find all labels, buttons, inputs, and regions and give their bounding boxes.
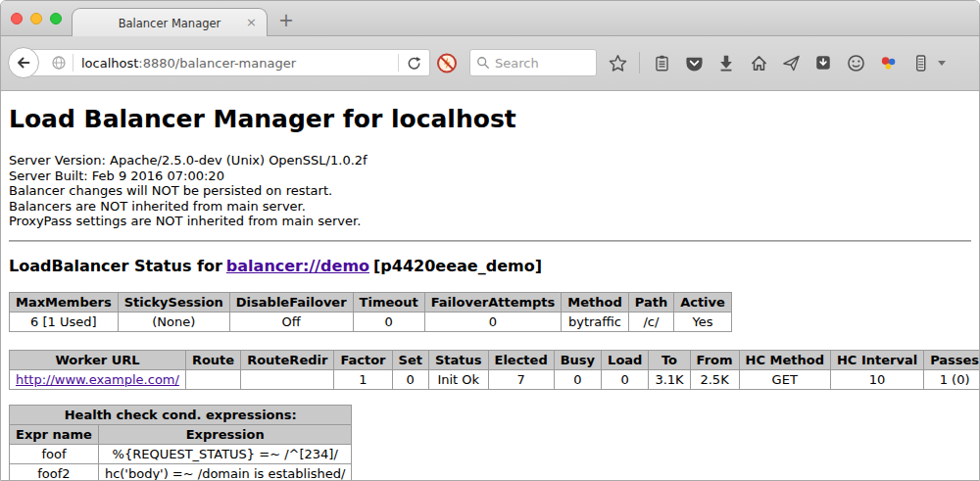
- health-table-title: Health check cond. expressions:: [10, 405, 352, 424]
- cell-set: 0: [392, 369, 428, 389]
- cell-load: 0: [602, 369, 649, 389]
- search-input[interactable]: [495, 56, 583, 71]
- health-title-row: Health check cond. expressions:: [10, 405, 352, 424]
- server-version-line: Server Version: Apache/2.5.0-dev (Unix) …: [9, 153, 971, 168]
- cell-route: [185, 369, 240, 389]
- browser-chrome: Balancer Manager × + l: [1, 1, 979, 91]
- toolbar-icons: [607, 49, 980, 76]
- feedback-button[interactable]: [845, 51, 866, 74]
- server-info: Server Version: Apache/2.5.0-dev (Unix) …: [9, 153, 971, 229]
- cell-disablefailover: Off: [229, 312, 353, 331]
- downloads-button[interactable]: [715, 51, 737, 74]
- proxypass-notice-line: ProxyPass settings are NOT inherited fro…: [9, 214, 971, 229]
- reading-list-icon: [654, 54, 670, 72]
- status-prefix: LoadBalancer Status for: [9, 257, 222, 275]
- balancer-status-heading: LoadBalancer Status forbalancer://demo[p…: [9, 257, 971, 275]
- square-download-icon: [814, 54, 832, 72]
- col-active: Active: [674, 292, 732, 312]
- colored-dots-icon: [879, 54, 898, 72]
- server-built-line: Server Built: Feb 9 2016 07:00:20: [9, 168, 971, 184]
- col-from: From: [690, 350, 739, 369]
- new-tab-button[interactable]: +: [278, 9, 294, 30]
- smiley-icon: [847, 54, 865, 72]
- cell-worker-url: http://www.example.com/: [10, 369, 186, 389]
- col-disablefailover: DisableFailover: [229, 292, 353, 312]
- reload-icon: [407, 56, 421, 71]
- inherit-notice-line: Balancers are NOT inherited from main se…: [9, 199, 971, 215]
- reading-list-button[interactable]: [651, 51, 672, 74]
- worker-url-link[interactable]: http://www.example.com/: [16, 372, 179, 387]
- navigation-bar: localhost:8880/balancer-manager: [1, 36, 979, 91]
- url-bar[interactable]: localhost:8880/balancer-manager: [24, 49, 430, 76]
- minimize-window-button[interactable]: [30, 13, 42, 24]
- cell-expression: hc('body') =~ /domain is established/: [98, 463, 352, 481]
- col-stickysession: StickySession: [118, 292, 229, 312]
- cell-from: 2.5K: [690, 369, 739, 389]
- search-icon: [476, 56, 490, 70]
- home-button[interactable]: [748, 51, 769, 74]
- battery-panel-button[interactable]: [909, 51, 931, 74]
- overflow-caret-icon[interactable]: [938, 61, 946, 66]
- cell-status: Init Ok: [428, 369, 488, 389]
- window-controls: [11, 13, 62, 24]
- cell-hc-method: GET: [739, 369, 830, 389]
- tab-bar: Balancer Manager × +: [1, 1, 979, 36]
- url-path: :8880/balancer-manager: [138, 56, 296, 71]
- cell-expression: %{REQUEST_STATUS} =~ /^[234]/: [98, 444, 352, 463]
- cell-timeout: 0: [353, 312, 424, 331]
- col-factor: Factor: [334, 350, 392, 369]
- cell-active: Yes: [674, 312, 732, 331]
- address-text[interactable]: localhost:8880/balancer-manager: [81, 56, 398, 71]
- pocket-icon: [685, 54, 704, 72]
- divider-rule: [9, 240, 971, 242]
- home-icon: [750, 54, 768, 72]
- tab-close-icon[interactable]: ×: [246, 15, 257, 29]
- spacer: [9, 390, 971, 405]
- col-timeout: Timeout: [353, 292, 424, 312]
- globe-icon[interactable]: [51, 55, 67, 71]
- cell-routeredir: [241, 369, 334, 389]
- browser-window: Balancer Manager × + l: [0, 0, 980, 481]
- col-routeredir: RouteRedir: [241, 350, 334, 369]
- star-icon: [609, 54, 627, 72]
- balancer-link[interactable]: balancer://demo: [226, 257, 369, 275]
- balancer-data-row: 6 [1 Used] (None) Off 0 0 bytraffic /c/ …: [10, 312, 732, 331]
- content-blocker-button[interactable]: [436, 51, 458, 74]
- pocket-button[interactable]: [683, 51, 705, 74]
- download-helper-button[interactable]: [812, 51, 834, 74]
- col-busy: Busy: [554, 350, 601, 369]
- close-window-button[interactable]: [11, 13, 23, 24]
- spacer: [9, 332, 971, 350]
- toolbar-divider: [639, 52, 640, 73]
- col-route: Route: [185, 350, 240, 369]
- cell-elected: 7: [488, 369, 554, 389]
- reload-button[interactable]: [398, 54, 429, 72]
- cell-to: 3.1K: [649, 369, 690, 389]
- page-title: Load Balancer Manager for localhost: [9, 105, 971, 133]
- col-load: Load: [602, 350, 649, 369]
- col-path: Path: [628, 292, 673, 312]
- health-check-table: Health check cond. expressions: Expr nam…: [9, 405, 352, 481]
- cell-stickysession: (None): [118, 312, 229, 331]
- send-tab-button[interactable]: [780, 51, 802, 74]
- cell-path: /c/: [628, 312, 673, 331]
- back-button[interactable]: [8, 47, 39, 78]
- bookmark-star-button[interactable]: [607, 51, 628, 74]
- zoom-window-button[interactable]: [50, 13, 62, 24]
- back-arrow-icon: [15, 54, 32, 72]
- cell-maxmembers: 6 [1 Used]: [10, 312, 119, 331]
- health-row-foof: foof %{REQUEST_STATUS} =~ /^[234]/: [10, 444, 352, 463]
- health-header-row: Expr name Expression: [10, 424, 352, 444]
- url-divider: [73, 54, 74, 72]
- content-blocker-icon: [436, 52, 458, 74]
- cell-hc-interval: 10: [830, 369, 923, 389]
- extension-cluster-button[interactable]: [877, 51, 899, 74]
- col-hc-method: HC Method: [739, 350, 830, 369]
- search-box[interactable]: [469, 49, 597, 76]
- cell-busy: 0: [554, 369, 601, 389]
- cell-factor: 1: [334, 369, 392, 389]
- send-plane-icon: [782, 54, 801, 72]
- url-host: localhost: [81, 56, 138, 71]
- tab-balancer-manager[interactable]: Balancer Manager ×: [72, 8, 268, 37]
- col-hc-interval: HC Interval: [830, 350, 923, 369]
